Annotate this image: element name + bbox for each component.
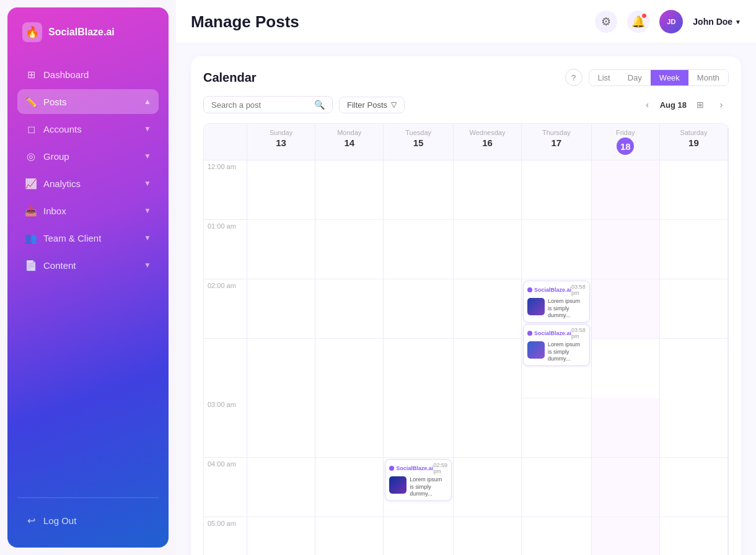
day-2-slot-2[interactable] — [384, 279, 454, 398]
calendar-header-right: ? List Day Week Month — [565, 69, 729, 86]
day-5-slot-1[interactable] — [592, 220, 660, 279]
calendar-event-2[interactable]: SocialBlaze.ai 03:58 pm Lorem ipsum is s… — [523, 324, 590, 366]
brand-dot-icon — [527, 287, 532, 292]
day-0-slot-0[interactable] — [247, 160, 315, 220]
calendar-event-1[interactable]: SocialBlaze.ai 03:58 pm Lorem ipsum is s… — [523, 281, 590, 323]
filter-button[interactable]: Filter Posts ▽ — [339, 97, 405, 113]
day-5-slot-5[interactable] — [592, 517, 660, 555]
day-6-slot-2[interactable] — [660, 279, 728, 398]
event-text-3: Lorem ipsum is simply dummy... — [410, 476, 447, 498]
day-0-slot-1[interactable] — [247, 220, 315, 279]
day-3-slot-3[interactable] — [454, 398, 522, 458]
notifications-button[interactable]: 🔔 — [627, 11, 649, 33]
day-0-slot-3[interactable] — [247, 398, 315, 458]
toolbar-left: 🔍 Filter Posts ▽ — [203, 96, 405, 113]
logout-button[interactable]: ↩ Log Out — [17, 508, 159, 533]
day-3-slot-1[interactable] — [454, 220, 522, 279]
prev-week-button[interactable]: ‹ — [640, 97, 655, 112]
day-5-slot-4[interactable] — [592, 458, 660, 517]
day-1-slot-2[interactable] — [315, 279, 384, 398]
group-icon: ◎ — [25, 150, 37, 162]
day-2-slot-1[interactable] — [384, 220, 454, 279]
day-0-slot-2[interactable] — [247, 279, 315, 398]
calendar-toolbar: 🔍 Filter Posts ▽ ‹ Aug 18 ⊞ › — [203, 96, 729, 113]
day-1-slot-5[interactable] — [315, 517, 384, 555]
sidebar-item-posts[interactable]: ✏️ Posts ▲ — [17, 89, 159, 114]
time-label-2: 02:00 am — [204, 279, 247, 339]
day-4-slot-0[interactable] — [522, 160, 592, 220]
user-name-label: John Doe — [693, 17, 732, 27]
sidebar-item-team[interactable]: 👥 Team & Client ▼ — [17, 225, 159, 250]
time-label-1: 01:00 am — [204, 220, 247, 279]
calendar-event-3[interactable]: SocialBlaze.ai 02:59 pm Lorem ipsum is s… — [385, 459, 452, 501]
day-4-slot-5[interactable] — [522, 517, 592, 555]
logout-icon: ↩ — [25, 514, 37, 527]
day-2-slot-3[interactable] — [384, 398, 454, 458]
day-2-slot-5[interactable] — [384, 517, 454, 555]
tab-day[interactable]: Day — [619, 70, 651, 85]
day-5-slot-3[interactable] — [592, 398, 660, 458]
tab-list[interactable]: List — [589, 70, 619, 85]
day-5-slot-0[interactable] — [592, 160, 660, 220]
day-4-slot-1[interactable] — [522, 220, 592, 279]
day-4-slot-2-events[interactable]: SocialBlaze.ai 03:58 pm Lorem ipsum is s… — [522, 279, 592, 398]
time-label-3: 03:00 am — [204, 398, 247, 458]
content-icon: 📄 — [25, 259, 37, 271]
search-box[interactable]: 🔍 — [203, 96, 333, 113]
day-header-saturday: Saturday 19 — [660, 124, 728, 160]
time-col-2: 02:00 am — [204, 279, 247, 398]
main-content: Manage Posts ⚙ 🔔 JD John Doe ▼ Calendar — [176, 0, 756, 555]
day-1-slot-1[interactable] — [315, 220, 384, 279]
event-thumb-2 — [527, 341, 545, 359]
sidebar-item-inbox[interactable]: 📥 Inbox ▼ — [17, 198, 159, 223]
sidebar-item-analytics[interactable]: 📈 Analytics ▼ — [17, 171, 159, 196]
user-menu-button[interactable]: John Doe ▼ — [693, 17, 741, 27]
day-6-slot-1[interactable] — [660, 220, 728, 279]
day-1-slot-3[interactable] — [315, 398, 384, 458]
day-1-slot-4[interactable] — [315, 458, 384, 517]
day-6-slot-0[interactable] — [660, 160, 728, 220]
settings-icon: ⚙ — [601, 15, 611, 28]
tab-month[interactable]: Month — [688, 70, 728, 85]
day-4-slot-4[interactable] — [522, 458, 592, 517]
logo-icon: 🔥 — [22, 22, 42, 42]
chevron-down-icon-accounts: ▼ — [144, 125, 151, 133]
tab-week[interactable]: Week — [651, 70, 688, 85]
event-thumb-3 — [389, 476, 407, 494]
calendar-card: Calendar ? List Day Week Month 🔍 — [191, 56, 741, 555]
search-input[interactable] — [211, 100, 310, 110]
day-3-slot-2[interactable] — [454, 279, 522, 398]
sidebar-item-dashboard[interactable]: ⊞ Dashboard — [17, 62, 159, 87]
day-header-sunday: Sunday 13 — [247, 124, 315, 160]
accounts-icon: ◻ — [25, 123, 37, 135]
sidebar: 🔥 SocialBlaze.ai ⊞ Dashboard ✏️ Posts ▲ … — [7, 7, 169, 548]
help-button[interactable]: ? — [565, 69, 582, 86]
day-3-slot-4[interactable] — [454, 458, 522, 517]
team-icon: 👥 — [25, 232, 37, 244]
day-2-slot-0[interactable] — [384, 160, 454, 220]
day-3-slot-5[interactable] — [454, 517, 522, 555]
next-week-button[interactable]: › — [714, 97, 729, 112]
day-0-slot-5[interactable] — [247, 517, 315, 555]
time-col-5: 05:00 am — [204, 517, 247, 555]
day-6-slot-3[interactable] — [660, 398, 728, 458]
calendar-grid: Sunday 13 Monday 14 Tuesday 15 Wednesday… — [203, 123, 729, 555]
sidebar-item-group[interactable]: ◎ Group ▼ — [17, 144, 159, 168]
grid-view-button[interactable]: ⊞ — [692, 96, 709, 113]
topbar-right: ⚙ 🔔 JD John Doe ▼ — [595, 10, 741, 33]
posts-icon: ✏️ — [25, 95, 37, 108]
day-5-slot-2[interactable] — [592, 279, 660, 398]
day-3-slot-0[interactable] — [454, 160, 522, 220]
sidebar-item-content[interactable]: 📄 Content ▼ — [17, 253, 159, 278]
day-4-slot-3[interactable] — [522, 398, 592, 458]
chevron-down-icon-content: ▼ — [144, 261, 151, 269]
day-1-slot-0[interactable] — [315, 160, 384, 220]
filter-icon: ▽ — [391, 100, 397, 109]
user-chevron-icon: ▼ — [735, 19, 741, 25]
day-2-slot-4-event[interactable]: SocialBlaze.ai 02:59 pm Lorem ipsum is s… — [384, 458, 454, 517]
sidebar-item-accounts[interactable]: ◻ Accounts ▼ — [17, 116, 159, 141]
day-0-slot-4[interactable] — [247, 458, 315, 517]
day-6-slot-4[interactable] — [660, 458, 728, 517]
day-6-slot-5[interactable] — [660, 517, 728, 555]
settings-button[interactable]: ⚙ — [595, 11, 617, 33]
